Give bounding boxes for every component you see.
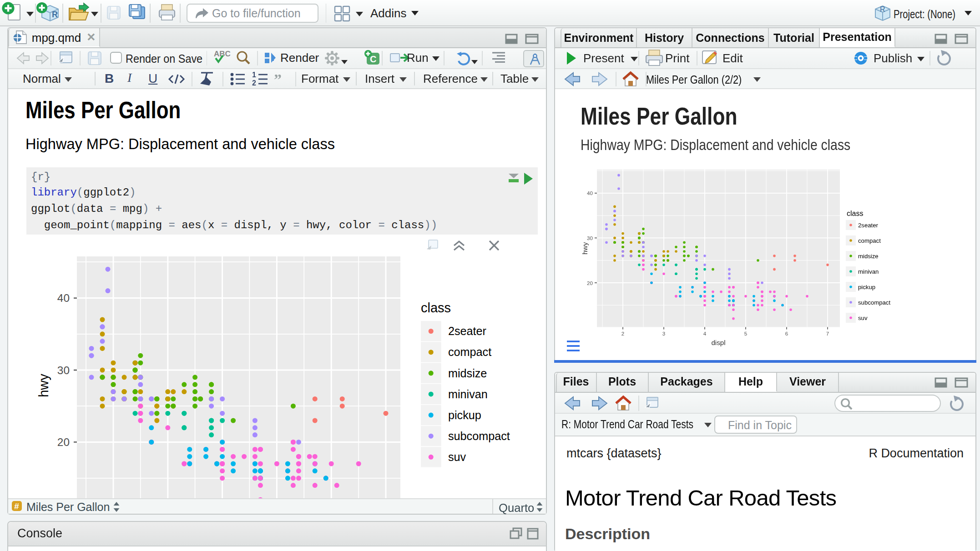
svg-text:subcompact: subcompact bbox=[858, 299, 890, 306]
svg-text:”: ” bbox=[274, 70, 282, 87]
svg-text:6: 6 bbox=[785, 331, 788, 336]
svg-text:displ: displ bbox=[711, 339, 725, 346]
svg-text:7: 7 bbox=[826, 331, 829, 336]
svg-text:4: 4 bbox=[703, 331, 707, 336]
svg-text:1: 1 bbox=[252, 70, 256, 78]
svg-text:class: class bbox=[847, 210, 863, 217]
svg-text:40: 40 bbox=[57, 292, 70, 304]
svg-text:Print: Print bbox=[665, 51, 690, 65]
svg-text:Publish: Publish bbox=[874, 51, 912, 65]
svg-text:midsize: midsize bbox=[448, 367, 487, 380]
svg-text:Run: Run bbox=[407, 51, 429, 65]
svg-text:2: 2 bbox=[621, 331, 624, 336]
svg-text:2seater: 2seater bbox=[448, 325, 486, 337]
svg-text:30: 30 bbox=[587, 235, 593, 241]
svg-text:5: 5 bbox=[744, 331, 747, 336]
svg-text:pickup: pickup bbox=[858, 284, 875, 291]
svg-text:compact: compact bbox=[448, 346, 491, 358]
svg-text:subcompact: subcompact bbox=[448, 430, 510, 442]
svg-text:class: class bbox=[421, 301, 451, 315]
svg-text:3: 3 bbox=[662, 331, 665, 336]
svg-text:suv: suv bbox=[448, 451, 466, 463]
svg-text:40: 40 bbox=[587, 190, 593, 196]
svg-text:Render: Render bbox=[280, 51, 319, 65]
svg-text:suv: suv bbox=[858, 315, 868, 321]
svg-text:Present: Present bbox=[583, 51, 624, 65]
svg-text:hwy: hwy bbox=[36, 374, 51, 397]
svg-text:R: R bbox=[880, 5, 885, 13]
svg-text:minivan: minivan bbox=[858, 268, 879, 275]
svg-text:20: 20 bbox=[57, 436, 70, 448]
svg-text:R: R bbox=[52, 10, 58, 19]
svg-text:2seater: 2seater bbox=[858, 222, 879, 229]
svg-text:Edit: Edit bbox=[722, 51, 743, 65]
svg-text:hwy: hwy bbox=[581, 242, 589, 254]
svg-text:2: 2 bbox=[252, 79, 256, 86]
svg-text:minivan: minivan bbox=[448, 388, 488, 401]
svg-text:midsize: midsize bbox=[858, 253, 879, 260]
svg-text:30: 30 bbox=[57, 364, 70, 376]
svg-text:20: 20 bbox=[587, 280, 593, 286]
svg-text:compact: compact bbox=[858, 237, 881, 244]
svg-text:pickup: pickup bbox=[448, 409, 481, 421]
